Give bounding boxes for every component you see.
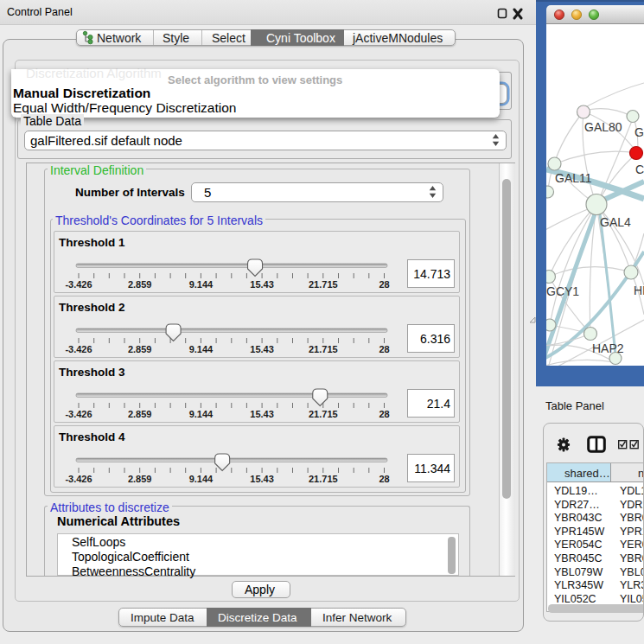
svg-text:28: 28 [379, 279, 389, 290]
svg-text:CO: CO [635, 163, 644, 176]
svg-text:-3.426: -3.426 [65, 409, 92, 419]
svg-text:2.859: 2.859 [128, 344, 152, 354]
svg-text:9.144: 9.144 [189, 279, 214, 290]
svg-text:-3.426: -3.426 [65, 279, 92, 290]
svg-text:-3.426: -3.426 [65, 344, 92, 354]
svg-text:28: 28 [379, 344, 389, 354]
svg-text:15.43: 15.43 [250, 474, 274, 484]
svg-text:21.715: 21.715 [309, 344, 338, 354]
svg-text:2.859: 2.859 [128, 279, 152, 290]
svg-text:-3.426: -3.426 [65, 474, 92, 484]
svg-text:21.715: 21.715 [309, 409, 338, 419]
svg-text:21.715: 21.715 [309, 474, 338, 484]
svg-text:GAL80: GAL80 [584, 120, 622, 134]
svg-text:15.43: 15.43 [250, 344, 274, 354]
svg-text:GAL11: GAL11 [555, 171, 592, 185]
svg-text:GAL..: GAL.. [634, 125, 644, 139]
svg-text:28: 28 [379, 474, 389, 484]
svg-text:2.859: 2.859 [128, 474, 152, 484]
svg-text:HIS4: HIS4 [634, 284, 644, 297]
svg-text:9.144: 9.144 [189, 344, 214, 354]
svg-text:GAL4: GAL4 [600, 215, 631, 229]
svg-text:9.144: 9.144 [189, 409, 214, 419]
svg-text:28: 28 [379, 409, 389, 419]
svg-text:21.715: 21.715 [309, 279, 338, 290]
svg-text:2.859: 2.859 [128, 409, 152, 419]
svg-text:HAP2: HAP2 [592, 341, 624, 355]
svg-text:15.43: 15.43 [250, 279, 274, 290]
svg-text:9.144: 9.144 [189, 474, 214, 484]
svg-text:15.43: 15.43 [250, 409, 274, 419]
svg-text:GCY1: GCY1 [546, 284, 579, 298]
